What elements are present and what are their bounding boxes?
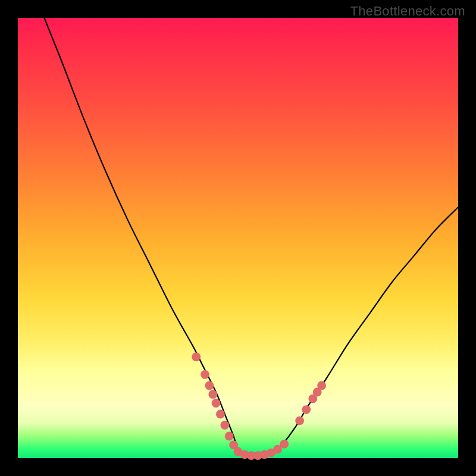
plot-area [18, 18, 458, 458]
data-dot [208, 390, 217, 399]
data-dot [295, 416, 304, 425]
data-dot [201, 370, 209, 379]
chart-svg [18, 18, 458, 458]
data-dot [280, 440, 289, 449]
data-dot [225, 432, 234, 441]
data-dot [192, 352, 201, 361]
dots-group [192, 352, 326, 460]
data-dot [302, 405, 311, 414]
data-dot [216, 410, 225, 419]
v-curve [44, 18, 458, 456]
data-dot [212, 399, 221, 408]
watermark-text: TheBottleneck.com [350, 4, 465, 19]
data-dot [317, 381, 326, 390]
data-dot [220, 421, 229, 430]
data-dot [205, 381, 214, 390]
